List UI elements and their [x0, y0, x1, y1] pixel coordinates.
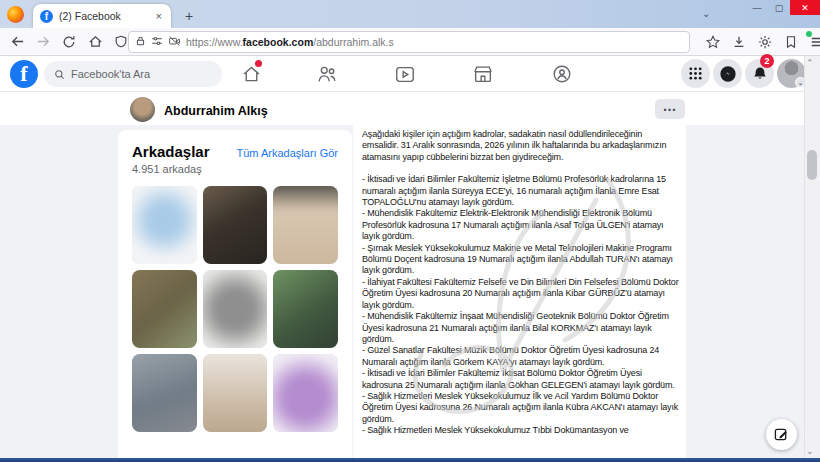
friend-photo[interactable]	[203, 354, 268, 432]
watch-icon	[394, 63, 416, 85]
post-paragraph: - Güzel Sanatlar Fakültesi Müzik Bölümü …	[362, 345, 680, 368]
messenger-icon	[719, 65, 737, 83]
downloads-icon[interactable]	[726, 31, 752, 53]
friends-icon	[316, 63, 338, 85]
window-maximize-button[interactable]: ▢	[768, 0, 790, 15]
scrollbar-down-icon[interactable]: ⌄	[806, 446, 814, 456]
friend-photo[interactable]	[132, 354, 197, 432]
post-paragraph: - İktisadi ve İdari Bilimler Fakültemiz …	[362, 368, 680, 391]
menu-update-dot	[806, 31, 812, 37]
friends-count: 4.951 arkadaş	[132, 163, 338, 175]
post-paragraph: - İlahiyat Fakültesi Fakültemiz Felsefe …	[362, 277, 680, 311]
browser-tab[interactable]: f (2) Facebook ×	[33, 4, 171, 28]
firefox-logo-icon	[7, 6, 24, 23]
friends-panel: Arkadaşlar Tüm Arkadaşları Gör 4.951 ark…	[118, 130, 352, 462]
reload-icon[interactable]	[56, 31, 82, 53]
search-placeholder: Facebook'ta Ara	[71, 68, 150, 80]
forward-icon[interactable]	[30, 31, 56, 53]
marketplace-icon	[472, 63, 494, 85]
nav-tab-friends[interactable]	[303, 61, 351, 87]
friend-photo[interactable]	[273, 270, 338, 348]
home-notification-dot	[255, 60, 262, 67]
nav-tab-groups[interactable]	[538, 61, 586, 87]
window-close-button[interactable]: ✕	[790, 0, 820, 15]
new-tab-button[interactable]: +	[180, 7, 198, 25]
titlebar: f (2) Facebook × + ⌄ — ▢ ✕	[0, 0, 820, 28]
post-paragraph: - Sağlık Hizmetleri Meslek Yüksekokulumu…	[362, 391, 680, 425]
lock-icon	[135, 33, 146, 51]
apps-menu-button[interactable]	[681, 59, 710, 88]
messenger-button[interactable]	[713, 59, 742, 88]
window-minimize-button[interactable]: —	[746, 0, 768, 15]
friend-photo[interactable]	[132, 186, 197, 264]
nav-tab-watch[interactable]	[381, 61, 429, 87]
friend-photo[interactable]	[132, 270, 197, 348]
post-paragraph: Aşağıdaki kişiler için açtığım kadrolar,…	[362, 129, 680, 163]
url-text: https://www.facebook.com/abdurrahim.alk.…	[186, 36, 394, 48]
scrollbar-thumb[interactable]	[807, 150, 817, 180]
post-paragraph: - İktisadi ve İdari Bilimler Fakültemiz …	[362, 174, 680, 208]
notification-badge: 2	[760, 54, 774, 68]
compose-edit-button[interactable]	[766, 419, 797, 450]
tab-title: (2) Facebook	[59, 10, 154, 22]
extensions-library-icon[interactable]	[778, 31, 804, 53]
url-bar[interactable]: https://www.facebook.com/abdurrahim.alk.…	[128, 31, 690, 53]
tab-close-icon[interactable]: ×	[154, 10, 164, 22]
post-body: Aşağıdaki kişiler için açtığım kadrolar,…	[353, 125, 686, 458]
apps-grid-icon	[688, 66, 703, 81]
permissions-sliders-icon[interactable]	[151, 33, 163, 51]
window-bottom-border	[0, 458, 820, 462]
post-paragraph: - Mühendislik Fakültemiz İnşaat Mühendis…	[362, 311, 680, 345]
post-more-options-button[interactable]: …	[655, 99, 685, 119]
friend-photo[interactable]	[203, 186, 268, 264]
see-all-friends-link[interactable]: Tüm Arkadaşları Gör	[237, 147, 338, 159]
friends-title: Arkadaşlar	[132, 143, 210, 160]
page-scrollbar[interactable]	[804, 56, 820, 458]
post-paragraph: - Sağlık Hizmetleri Meslek Yüksekokulumu…	[362, 425, 680, 436]
facebook-logo[interactable]: f	[10, 60, 38, 88]
post-paragraph: - Mühendislik Fakültemiz Elektrik-Elektr…	[362, 208, 680, 242]
post-text: Aşağıdaki kişiler için açtığım kadrolar,…	[362, 129, 680, 437]
camera-blocked-icon[interactable]	[168, 33, 181, 51]
profile-name[interactable]: Abdurrahim Alkış	[164, 104, 268, 118]
facebook-favicon-icon: f	[40, 10, 53, 23]
post-paragraph: - Şırnak Meslek Yüksekokulumuz Makine ve…	[362, 243, 680, 277]
edit-pencil-icon	[774, 427, 789, 442]
friend-photo[interactable]	[273, 354, 338, 432]
back-icon[interactable]	[4, 31, 30, 53]
nav-tab-marketplace[interactable]	[459, 61, 507, 87]
friend-photo[interactable]	[273, 186, 338, 264]
friend-photo[interactable]	[203, 270, 268, 348]
friends-photo-grid	[132, 186, 338, 432]
profile-avatar[interactable]	[130, 97, 155, 122]
tab-list-chevron-icon[interactable]: ⌄	[702, 8, 710, 19]
scrollbar-up-icon[interactable]: ⌃	[806, 58, 814, 68]
bookmark-star-icon[interactable]	[700, 31, 726, 53]
browser-window: f (2) Facebook × + ⌄ — ▢ ✕	[0, 0, 820, 462]
settings-gear-icon[interactable]	[752, 31, 778, 53]
groups-icon	[551, 63, 573, 85]
nav-tab-home[interactable]	[227, 61, 275, 87]
search-icon	[54, 69, 65, 80]
home-icon[interactable]	[82, 31, 108, 53]
search-input[interactable]: Facebook'ta Ara	[44, 61, 222, 87]
